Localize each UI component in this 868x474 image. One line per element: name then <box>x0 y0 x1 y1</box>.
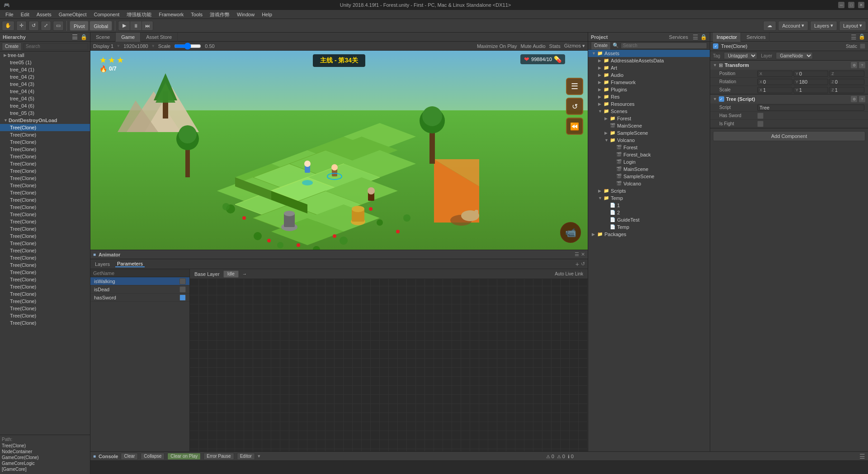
tool-button-scale[interactable]: ⤢ <box>41 21 51 31</box>
tag-select[interactable]: Untagged <box>724 52 757 59</box>
project-item-17[interactable]: 🎬SampleScene <box>588 173 710 180</box>
add-component-button[interactable]: Add Component <box>713 131 865 141</box>
param-isdead-toggle[interactable] <box>179 286 186 293</box>
project-item-16[interactable]: 🎬MainScene <box>588 166 710 173</box>
hierarchy-item-19[interactable]: Tree(Clone) <box>0 189 90 196</box>
project-item-0[interactable]: ▼📁Assets <box>588 50 710 57</box>
minimize-button[interactable]: ─ <box>838 2 844 8</box>
hierarchy-item-35[interactable]: Tree(Clone) <box>0 305 90 312</box>
project-item-23[interactable]: 📄GuideTest <box>588 216 710 223</box>
project-item-7[interactable]: ▶📁Resources <box>588 100 710 108</box>
project-item-19[interactable]: ▶📁Scripts <box>588 187 710 194</box>
menu-item-edit[interactable]: Edit <box>17 10 33 19</box>
hierarchy-item-33[interactable]: Tree(Clone) <box>0 290 90 298</box>
menu-item-file[interactable]: File <box>2 10 17 19</box>
console-editor-button[interactable]: Editor <box>237 453 255 460</box>
inspector-tab[interactable]: Inspector <box>713 33 741 42</box>
menu-item-help[interactable]: Help <box>258 10 276 19</box>
param-iswalking-toggle[interactable] <box>179 278 186 284</box>
transform-settings-icon[interactable]: ⚙ <box>851 62 857 68</box>
menu-item-游戏作弊[interactable]: 游戏作弊 <box>206 10 233 19</box>
hierarchy-item-25[interactable]: Tree(Clone) <box>0 232 90 240</box>
project-item-8[interactable]: ▼📁Scenes <box>588 108 710 115</box>
hierarchy-item-10[interactable]: Tree(Clone) <box>0 124 90 131</box>
hierarchy-item-5[interactable]: tree_04 (4) <box>0 88 90 95</box>
obj-active-checkbox[interactable]: ✓ <box>713 43 718 49</box>
project-item-14[interactable]: 🎬Forest_back <box>588 151 710 158</box>
hierarchy-item-1[interactable]: tree05 (1) <box>0 59 90 66</box>
menu-item-window[interactable]: Window <box>233 10 258 19</box>
script-value[interactable]: Tree <box>757 104 864 111</box>
step-button[interactable]: ⏭ <box>142 21 153 31</box>
scale-y-field[interactable]: Y 1 <box>793 87 829 93</box>
hierarchy-item-16[interactable]: Tree(Clone) <box>0 167 90 175</box>
position-x-field[interactable]: X <box>757 71 793 77</box>
project-item-13[interactable]: 🎬Forest <box>588 144 710 151</box>
hierarchy-item-3[interactable]: tree_04 (2) <box>0 73 90 81</box>
param-iswalking[interactable]: isWalking <box>90 277 189 285</box>
project-item-10[interactable]: 🎬MainScene <box>588 122 710 129</box>
hierarchy-item-24[interactable]: Tree(Clone) <box>0 225 90 232</box>
layout-button[interactable]: Layout ▾ <box>839 21 866 31</box>
scale-x-field[interactable]: X 1 <box>757 87 793 93</box>
hierarchy-item-36[interactable]: Tree(Clone) <box>0 312 90 319</box>
console-collapse-button[interactable]: Collapse <box>141 453 165 460</box>
idle-state-btn[interactable]: Idle <box>223 270 239 278</box>
menu-item-tools[interactable]: Tools <box>187 10 206 19</box>
project-item-25[interactable]: ▶📁Packages <box>588 231 710 238</box>
play-button[interactable]: ▶ <box>118 21 130 31</box>
parameters-tab[interactable]: Parameters <box>115 261 145 267</box>
param-hassword[interactable]: hasSword <box>90 294 189 302</box>
hierarchy-item-13[interactable]: Tree(Clone) <box>0 146 90 153</box>
console-clear-on-play-button[interactable]: Clear on Play <box>167 453 201 460</box>
hierarchy-create-button[interactable]: Create <box>2 43 22 51</box>
hierarchy-item-22[interactable]: Tree(Clone) <box>0 211 90 218</box>
project-item-1[interactable]: ▶📁AddressableAssetsData <box>588 57 710 64</box>
hierarchy-item-32[interactable]: Tree(Clone) <box>0 283 90 290</box>
scene-tab[interactable]: Scene <box>90 33 116 42</box>
is-fight-checkbox[interactable] <box>757 121 764 127</box>
game-tab[interactable]: Game <box>116 33 141 42</box>
rotation-z-field[interactable]: Z 0 <box>829 79 864 85</box>
mute-audio-button[interactable]: Mute Audio <box>521 43 546 49</box>
menu-item-framework[interactable]: Framework <box>155 10 187 19</box>
project-item-5[interactable]: ▶📁Plugins <box>588 86 710 93</box>
close-button[interactable]: ✕ <box>858 2 864 8</box>
hierarchy-item-26[interactable]: Tree(Clone) <box>0 240 90 247</box>
hierarchy-item-28[interactable]: Tree(Clone) <box>0 254 90 261</box>
menu-item-component[interactable]: Component <box>90 10 123 19</box>
scale-z-field[interactable]: Z 1 <box>829 87 864 93</box>
project-item-9[interactable]: ▶📁Forest <box>588 115 710 122</box>
rotation-x-field[interactable]: X 0 <box>757 79 793 85</box>
transform-header[interactable]: ▼ ⊞ Transform ⚙ ? <box>710 61 868 70</box>
project-item-21[interactable]: 📄1 <box>588 202 710 209</box>
hierarchy-item-11[interactable]: Tree(Clone) <box>0 131 90 138</box>
hierarchy-search-input[interactable] <box>24 43 88 50</box>
project-item-15[interactable]: 🎬Login <box>588 158 710 166</box>
account-button[interactable]: Account ▾ <box>778 21 808 31</box>
hierarchy-item-23[interactable]: Tree(Clone) <box>0 218 90 225</box>
hierarchy-item-7[interactable]: tree_04 (6) <box>0 102 90 109</box>
hierarchy-item-15[interactable]: Tree(Clone) <box>0 160 90 167</box>
menu-item-assets[interactable]: Assets <box>33 10 55 19</box>
animator-close-icon[interactable]: ✕ <box>581 251 585 257</box>
hierarchy-item-34[interactable]: Tree(Clone) <box>0 298 90 305</box>
maximize-button[interactable]: □ <box>848 2 854 8</box>
hierarchy-item-21[interactable]: Tree(Clone) <box>0 204 90 211</box>
tree-script-settings-icon[interactable]: ⚙ <box>851 96 857 102</box>
param-hassword-toggle[interactable] <box>179 294 186 301</box>
rotation-y-field[interactable]: Y 180 <box>793 79 829 85</box>
project-item-6[interactable]: ▶📁Res <box>588 93 710 100</box>
hierarchy-item-37[interactable]: Tree(Clone) <box>0 319 90 327</box>
position-y-field[interactable]: Y 0 <box>793 71 829 77</box>
scale-slider[interactable] <box>174 43 201 49</box>
project-item-11[interactable]: ▶📁SampleScene <box>588 129 710 137</box>
obj-static-checkbox[interactable] <box>860 43 865 49</box>
hierarchy-item-2[interactable]: tree_04 (1) <box>0 66 90 73</box>
transform-help-icon[interactable]: ? <box>859 62 865 68</box>
cloud-button[interactable]: ☁ <box>763 21 776 31</box>
pause-button[interactable]: ⏸ <box>130 21 142 31</box>
tree-script-header[interactable]: ▼ ✓ Tree (Script) ⚙ ? <box>710 95 868 104</box>
project-item-2[interactable]: ▶📁Art <box>588 64 710 71</box>
hierarchy-item-9[interactable]: ▼DontDestroyOnLoad <box>0 117 90 124</box>
